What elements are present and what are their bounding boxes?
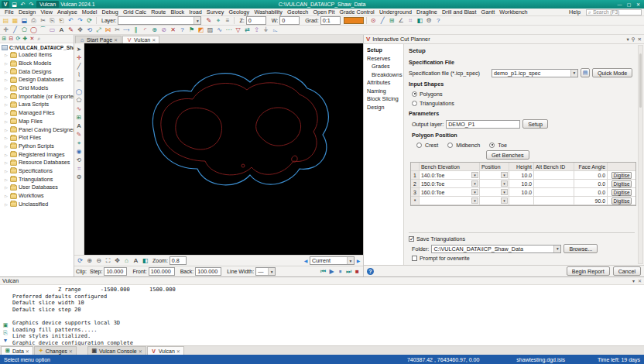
pattern-icon[interactable]: ▨ [206, 26, 214, 34]
menu-item[interactable]: Analyse [55, 9, 80, 15]
data-tree-item[interactable]: Loaded Items [0, 51, 74, 60]
select-layer-icon[interactable]: ⌖ [214, 17, 222, 25]
snap-tool-icon[interactable]: ⌖ [75, 139, 84, 147]
label-icon[interactable]: ⚑ [187, 26, 196, 34]
circle-icon[interactable]: ◯ [29, 26, 38, 34]
spec-file-browse-button[interactable] [581, 68, 590, 77]
home-view-icon[interactable]: ⌂ [122, 257, 131, 265]
zoom-out-icon[interactable]: ⊖ [94, 257, 103, 265]
cut-planner-nav-item[interactable]: Block Slicing [364, 94, 403, 103]
cancel-button[interactable]: Cancel [613, 266, 641, 276]
menu-item[interactable]: Model [80, 9, 100, 15]
offset-icon[interactable]: ∥ [132, 26, 140, 34]
close-icon[interactable] [139, 349, 142, 354]
expand-arrow-icon[interactable] [5, 169, 9, 173]
data-tree-item[interactable]: Python Scripts [0, 143, 74, 151]
save-icon[interactable]: ⬓ [20, 17, 29, 25]
digitise-button[interactable]: Digitise [611, 172, 632, 179]
setup-button[interactable]: Setup [522, 119, 548, 129]
zoom-in-icon[interactable]: ⊕ [85, 257, 94, 265]
alt-bench-id-cell[interactable] [534, 180, 574, 187]
close-icon[interactable] [26, 349, 29, 354]
cut-icon[interactable]: ✂ [39, 17, 47, 25]
edit-layer-icon[interactable]: ✎ [204, 17, 213, 25]
row-number-cell[interactable]: * [411, 197, 420, 204]
height-cell[interactable]: 10.0 [509, 180, 534, 187]
cut-planner-nav-item[interactable]: Reserves [364, 54, 403, 63]
current-view-combo[interactable]: Current [310, 256, 355, 265]
menu-item[interactable]: Workbench [497, 9, 529, 15]
data-tree-item[interactable]: Block Models [0, 60, 74, 68]
paste-icon[interactable]: ⎗ [57, 17, 66, 25]
redraw-icon[interactable]: ⟳ [76, 257, 84, 265]
digitise-button[interactable]: Digitise [611, 180, 632, 187]
create-point-icon[interactable]: ✛ [2, 26, 10, 34]
text-display-icon[interactable]: A [132, 257, 140, 265]
midbench-radio[interactable] [447, 143, 453, 148]
zoom-extents-icon[interactable]: ⛶ [104, 257, 112, 265]
line-snap-icon[interactable]: ╱ [379, 17, 387, 25]
bench-elevation-cell[interactable] [420, 197, 480, 204]
point-snap-icon[interactable]: ⊙ [369, 17, 378, 25]
close-icon[interactable] [176, 349, 180, 354]
scale-icon[interactable]: ⤢ [94, 26, 103, 34]
titlebar-undo-icon[interactable]: ↶ [19, 1, 26, 8]
cut-planner-nav-item[interactable]: Attributes [364, 78, 403, 87]
triangulations-radio[interactable] [412, 101, 417, 106]
bottom-tab[interactable]: ▣ Vulcan Console [87, 346, 146, 355]
colour-swatch[interactable] [344, 17, 364, 24]
previous-view-icon[interactable]: ◀ [303, 258, 309, 263]
step-forward-icon[interactable]: ⏭ [344, 268, 353, 276]
settings-icon[interactable]: ⚙ [425, 17, 433, 25]
close-icon[interactable] [638, 278, 642, 283]
titlebar-redo-icon[interactable]: ↷ [28, 1, 35, 8]
console-clear-icon[interactable]: ▣ [2, 321, 9, 328]
back-field[interactable]: 100.000 [195, 267, 221, 276]
delete-icon[interactable]: ✕ [169, 26, 177, 34]
position-cell[interactable] [480, 188, 509, 196]
viewport-tab[interactable]: ⌂ Start Page [75, 36, 122, 43]
search-input[interactable]: Search (F3) [586, 9, 642, 15]
console-copy-icon[interactable]: ⎘ [2, 329, 9, 336]
open-icon[interactable]: ▦ [11, 17, 19, 25]
expand-arrow-icon[interactable] [5, 102, 9, 107]
expand-arrow-icon[interactable] [5, 61, 9, 66]
cut-planner-nav-item[interactable]: Grades [364, 62, 403, 70]
grid-snap-icon[interactable]: ⊞ [388, 17, 396, 25]
menu-item[interactable]: Block [168, 9, 187, 15]
height-cell[interactable]: 10.0 [509, 171, 534, 179]
quick-mode-button[interactable]: Quick Mode [592, 68, 632, 77]
prompt-overwrite-checkbox[interactable] [412, 256, 417, 261]
folder-combo[interactable]: C:\VULCAN_DATA\ICP_Shaw_Data [431, 245, 561, 253]
colour-icon[interactable]: ◩ [197, 26, 205, 34]
expand-arrow-icon[interactable] [5, 144, 9, 149]
data-tree-item[interactable]: Design Databases [0, 76, 74, 84]
menu-item-help[interactable]: Help [567, 9, 583, 15]
menu-item[interactable]: Gantt [478, 9, 497, 15]
close-icon[interactable] [152, 37, 156, 43]
position-cell[interactable] [480, 180, 509, 187]
menu-item[interactable]: Design [16, 9, 39, 15]
expand-arrow-icon[interactable] [5, 136, 9, 140]
line-tool-icon[interactable]: ╱ [75, 62, 84, 70]
height-cell[interactable]: 10.0 [509, 188, 534, 196]
data-tree-root[interactable]: C:\VULCAN_DATA\ICP_Shaw_Data [0, 44, 74, 51]
data-tree-item[interactable]: User Databases [0, 184, 74, 192]
menu-item[interactable]: Grid Calc [121, 9, 149, 15]
menu-item[interactable]: Geology [226, 9, 252, 15]
extend-icon[interactable]: ⤏ [122, 26, 131, 34]
alt-bench-id-cell[interactable] [534, 171, 574, 179]
menu-item[interactable]: Dragline [414, 9, 440, 15]
position-cell[interactable] [480, 197, 509, 204]
new-icon[interactable]: ▤ [2, 17, 10, 25]
view-3d-icon[interactable]: ◧ [416, 17, 424, 25]
angle-icon[interactable]: ∠ [397, 17, 406, 25]
menu-item[interactable]: Iroad [187, 9, 204, 15]
face-angle-cell[interactable]: 0.0 [574, 188, 608, 196]
data-tree-item[interactable]: Data Designs [0, 67, 74, 76]
line-width-combo[interactable]: — [255, 267, 276, 276]
position-cell[interactable] [480, 171, 509, 179]
expand-all-icon[interactable]: ⊞ [1, 36, 8, 43]
create-polygon-icon[interactable]: ⬠ [20, 26, 29, 34]
settings-tool-icon[interactable]: ⚙ [75, 173, 84, 181]
